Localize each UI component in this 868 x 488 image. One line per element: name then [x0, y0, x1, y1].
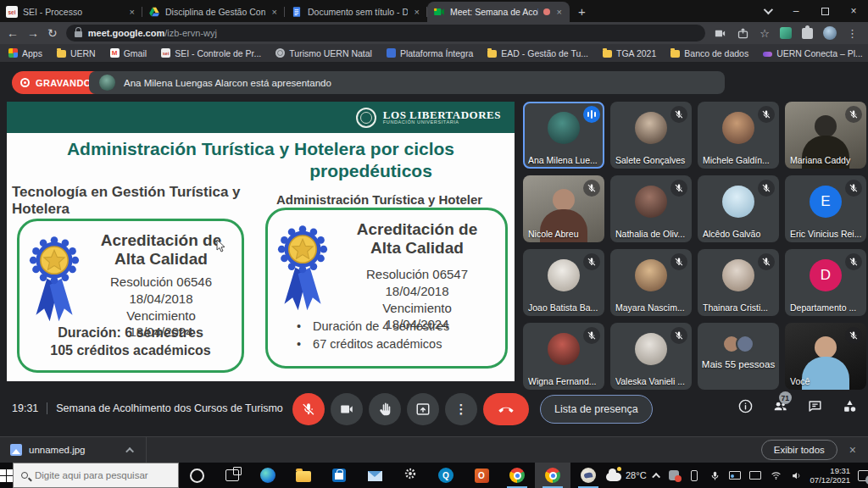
address-bar[interactable]: meet.google.com/izb-ervn-wyj: [66, 25, 706, 42]
speaking-indicator-icon: [583, 106, 600, 123]
participant-avatar: [548, 259, 580, 291]
participant-tile-7[interactable]: EEric Vinicius Rei...: [785, 175, 866, 242]
cortana-taskbar-button[interactable]: [179, 463, 214, 488]
chrome-window-taskbar-button[interactable]: [535, 463, 570, 488]
participant-tile-1[interactable]: Salete Gonçalves: [610, 102, 692, 169]
edge-taskbar-button[interactable]: [250, 463, 286, 488]
end-call-button[interactable]: [483, 393, 529, 425]
bookmark-item-7[interactable]: TGA 2021: [603, 48, 656, 58]
bookmark-item-9[interactable]: UERN Conecta – Pl...: [763, 48, 863, 58]
share-icon[interactable]: [737, 27, 749, 40]
search-input[interactable]: [35, 470, 170, 480]
settings-gear-taskbar-button[interactable]: [392, 463, 428, 488]
microsoft-store-taskbar-button[interactable]: [321, 463, 357, 488]
present-button[interactable]: [407, 393, 439, 425]
start-button[interactable]: [0, 463, 13, 488]
participant-tile-13[interactable]: Valeska Vanieli ...: [610, 323, 692, 390]
muted-mic-icon: [845, 253, 862, 270]
chevron-up-icon[interactable]: [125, 446, 134, 455]
show-all-downloads-button[interactable]: Exibir todos: [761, 440, 837, 460]
camera-button[interactable]: [331, 393, 363, 425]
activities-button[interactable]: [841, 399, 858, 416]
tab-close-icon[interactable]: ×: [413, 7, 421, 17]
browser-tab-0[interactable]: seiSEI - Processo×: [0, 2, 142, 22]
bookmark-item-4[interactable]: Turismo UERN Natal: [275, 48, 372, 58]
participant-tile-0[interactable]: Ana Milena Lue...: [523, 102, 604, 169]
file-explorer-taskbar-button[interactable]: [286, 463, 321, 488]
chat-button[interactable]: [806, 399, 823, 416]
participant-tile-2[interactable]: Michele Galdín...: [698, 102, 779, 169]
window-close-button[interactable]: ×: [839, 0, 868, 22]
forward-button[interactable]: →: [27, 26, 39, 40]
more-options-button[interactable]: ⋮: [445, 393, 477, 425]
window-maximize-button[interactable]: [810, 0, 839, 22]
task-view-taskbar-button[interactable]: [214, 463, 250, 488]
phone-link-icon[interactable]: [688, 469, 701, 482]
browser-tab-3[interactable]: Meet: Semana de Acolhimen×: [427, 2, 570, 22]
media-camera-icon[interactable]: [714, 27, 726, 40]
notification-center-icon[interactable]: [858, 470, 868, 481]
close-download-bar-icon[interactable]: ×: [849, 443, 856, 457]
search-app-taskbar-button[interactable]: Q: [428, 463, 464, 488]
microphone-tray-icon[interactable]: [709, 469, 721, 482]
participant-tile-15[interactable]: Você: [785, 323, 866, 390]
bookmark-item-0[interactable]: Apps: [8, 48, 42, 58]
bookmark-item-1[interactable]: UERN: [57, 48, 96, 58]
profile-avatar[interactable]: [823, 26, 837, 40]
microsoft-store-icon: [332, 469, 346, 482]
participant-tile-6[interactable]: Alcêdo Galvão: [698, 175, 779, 242]
browser-tab-2[interactable]: Documento sem título - Docume×: [285, 2, 427, 22]
extension-icon[interactable]: [780, 27, 792, 39]
cast-icon[interactable]: [729, 469, 742, 482]
bookmark-item-5[interactable]: Plataforma Íntegra: [387, 48, 473, 58]
accreditation-card-right: Acreditación deAlta Calidad Resolución 0…: [265, 208, 508, 369]
bookmark-item-8[interactable]: Banco de dados: [670, 48, 748, 58]
taskbar-search[interactable]: [13, 463, 179, 488]
card-title: Acreditación deAlta Calidad: [332, 220, 502, 258]
participant-tile-3[interactable]: Mariana Caddy: [785, 102, 866, 169]
meeting-details-button[interactable]: [737, 399, 754, 416]
raise-hand-button[interactable]: [369, 393, 401, 425]
bookmark-item-2[interactable]: MGmail: [110, 48, 147, 58]
chrome-taskbar-button[interactable]: [499, 463, 535, 488]
display-icon[interactable]: [749, 469, 762, 482]
download-item[interactable]: unnamed.jpg: [0, 437, 146, 463]
tab-close-icon[interactable]: ×: [128, 7, 136, 17]
participant-tile-14[interactable]: Mais 55 pessoas: [698, 323, 779, 390]
new-tab-button[interactable]: +: [578, 4, 586, 19]
bookmark-item-6[interactable]: EAD - Gestão de Tu...: [487, 48, 588, 58]
office-taskbar-button[interactable]: O: [464, 463, 499, 488]
reload-button[interactable]: ↻: [47, 26, 58, 40]
bookmark-item-3[interactable]: seiSEI - Controle de Pr...: [161, 48, 261, 58]
browser-menu-icon[interactable]: ⋮: [847, 27, 858, 40]
tray-overflow-chevron-icon[interactable]: [652, 472, 660, 480]
taskbar-clock[interactable]: 19:31 07/12/2021: [810, 466, 851, 485]
apps-icon: [8, 48, 18, 58]
app-notification-icon[interactable]: [668, 469, 681, 482]
tab-close-icon[interactable]: ×: [555, 7, 564, 17]
participants-button[interactable]: 71: [771, 399, 788, 416]
participant-tile-11[interactable]: DDepartamento ...: [785, 249, 866, 316]
attendance-list-button[interactable]: Lista de presença: [540, 395, 653, 424]
participant-tile-9[interactable]: Mayara Nascim...: [610, 249, 692, 316]
participant-tile-10[interactable]: Thainara Cristi...: [698, 249, 779, 316]
thunderbird-taskbar-button[interactable]: [570, 463, 606, 488]
participant-tile-8[interactable]: Joao Batista Ba...: [523, 249, 604, 316]
mic-button[interactable]: [292, 393, 325, 425]
participant-tile-4[interactable]: Nicole Abreu: [523, 175, 604, 242]
extensions-puzzle-icon[interactable]: [802, 28, 813, 39]
back-button[interactable]: ←: [7, 26, 19, 40]
tab-search-button[interactable]: [753, 0, 782, 22]
participant-name: Joao Batista Ba...: [528, 302, 601, 313]
window-minimize-button[interactable]: –: [782, 0, 810, 22]
browser-tab-1[interactable]: Disciplina de Gestão Contempor×: [142, 2, 285, 22]
wifi-icon[interactable]: [770, 469, 782, 482]
mail-taskbar-button[interactable]: [357, 463, 392, 488]
participant-tile-12[interactable]: Wigna Fernand...: [523, 323, 604, 390]
bookmark-star-icon[interactable]: ☆: [760, 27, 770, 40]
muted-mic-icon: [670, 106, 687, 123]
participant-tile-5[interactable]: Nathalia de Oliv...: [610, 175, 692, 242]
volume-icon[interactable]: [790, 469, 803, 482]
tab-close-icon[interactable]: ×: [270, 7, 279, 17]
weather-widget[interactable]: 28°C: [606, 469, 647, 481]
